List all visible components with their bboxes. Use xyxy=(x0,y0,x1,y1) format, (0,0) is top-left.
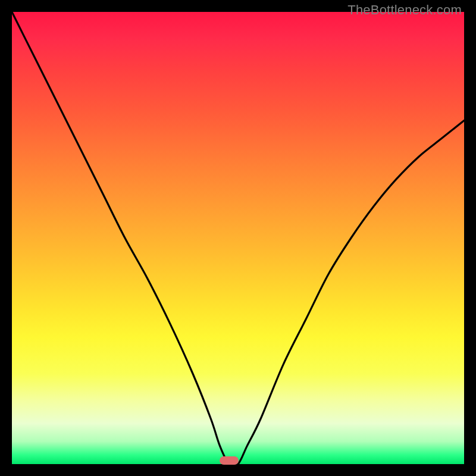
curve-path xyxy=(12,12,464,466)
bottleneck-curve xyxy=(12,12,464,464)
outer-frame: TheBottleneck.com xyxy=(0,0,476,476)
minimum-marker xyxy=(220,456,239,465)
